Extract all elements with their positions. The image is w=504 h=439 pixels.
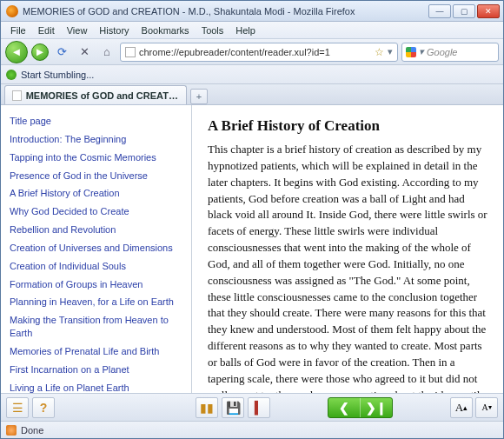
back-button[interactable]: ◄ bbox=[5, 41, 28, 63]
search-box[interactable]: ▾ Google bbox=[401, 43, 499, 62]
maximize-button[interactable]: ▢ bbox=[453, 4, 475, 18]
new-tab-button[interactable]: + bbox=[190, 89, 208, 104]
nav-toolbar: ◄ ► ⟳ ✕ ⌂ chrome://epubreader/content/re… bbox=[1, 39, 503, 65]
font-decrease-button[interactable]: A▾ bbox=[475, 397, 498, 418]
toc-item[interactable]: Introduction: The Beginning bbox=[10, 130, 182, 149]
content-area: Title page Introduction: The Beginning T… bbox=[1, 105, 503, 393]
next-page-button[interactable]: ❯❙ bbox=[361, 401, 392, 415]
reader-pane[interactable]: A Brief History of Creation This chapter… bbox=[192, 105, 503, 393]
status-text: Done bbox=[21, 425, 43, 436]
menu-help[interactable]: Help bbox=[229, 23, 262, 37]
reader-toolbar: ☰ ? ▮▮ 💾 ▍ ❮ ❯❙ A▴ A▾ bbox=[1, 393, 503, 421]
toc-item[interactable]: Living a Life on Planet Earth bbox=[10, 379, 182, 393]
toc-item[interactable]: Rebellion and Revolution bbox=[10, 221, 182, 239]
toc-item[interactable]: Creation of Universes and Dimensions bbox=[10, 239, 182, 257]
page-icon bbox=[125, 47, 136, 57]
toc-item[interactable]: Making the Transition from Heaven to Ear… bbox=[10, 311, 182, 343]
menu-file[interactable]: File bbox=[4, 23, 32, 37]
toc-item[interactable]: Tapping into the Cosmic Memories bbox=[10, 149, 182, 167]
address-bar[interactable]: chrome://epubreader/content/reader.xul?i… bbox=[120, 43, 398, 62]
url-text: chrome://epubreader/content/reader.xul?i… bbox=[139, 47, 330, 57]
toc-item[interactable]: Title page bbox=[10, 112, 182, 130]
bookmark-button[interactable]: ▍ bbox=[248, 397, 270, 418]
toc-item[interactable]: Creation of Individual Souls bbox=[10, 257, 182, 276]
table-of-contents[interactable]: Title page Introduction: The Beginning T… bbox=[1, 105, 192, 393]
window-titlebar: MEMORIES of GOD and CREATION - M.D., Sha… bbox=[1, 1, 503, 22]
menu-bookmarks[interactable]: Bookmarks bbox=[136, 23, 196, 37]
stumble-toolbar: Start Stumbling... bbox=[1, 65, 503, 84]
toc-item[interactable]: Why God Decided to Create bbox=[10, 203, 182, 221]
close-button[interactable]: ✕ bbox=[477, 4, 500, 18]
font-increase-button[interactable]: A▴ bbox=[450, 397, 473, 418]
search-dropdown-icon[interactable]: ▾ bbox=[419, 46, 424, 57]
prev-page-button[interactable]: ❮ bbox=[328, 401, 360, 415]
browser-tab[interactable]: MEMORIES of GOD and CREATION - ... bbox=[4, 85, 187, 104]
stop-button[interactable]: ✕ bbox=[75, 43, 94, 62]
page-nav: ❮ ❯❙ bbox=[328, 397, 393, 418]
status-bar: Done bbox=[1, 421, 503, 438]
url-dropdown-icon[interactable]: ▾ bbox=[388, 46, 393, 57]
toc-item[interactable]: Presence of God in the Universe bbox=[10, 167, 182, 185]
tab-page-icon bbox=[12, 90, 22, 101]
firefox-icon bbox=[6, 5, 18, 17]
status-icon bbox=[6, 425, 17, 436]
toc-item[interactable]: First Incarnation on a Planet bbox=[10, 361, 182, 379]
toc-toggle-button[interactable]: ☰ bbox=[6, 397, 29, 418]
chapter-title: A Brief History of Creation bbox=[208, 117, 487, 135]
stumble-label[interactable]: Start Stumbling... bbox=[21, 70, 94, 80]
help-button[interactable]: ? bbox=[32, 397, 55, 418]
forward-button[interactable]: ► bbox=[31, 43, 49, 61]
minimize-button[interactable]: — bbox=[428, 4, 451, 18]
search-placeholder: Google bbox=[427, 47, 457, 57]
library-button[interactable]: ▮▮ bbox=[196, 397, 218, 418]
menu-bar: File Edit View History Bookmarks Tools H… bbox=[1, 22, 503, 39]
menu-edit[interactable]: Edit bbox=[32, 23, 61, 37]
menu-view[interactable]: View bbox=[61, 23, 94, 37]
chapter-body: This chapter is a brief history of creat… bbox=[208, 142, 487, 393]
save-button[interactable]: 💾 bbox=[222, 397, 244, 418]
bookmark-star-icon[interactable]: ☆ bbox=[375, 46, 384, 58]
reload-button[interactable]: ⟳ bbox=[52, 43, 71, 62]
toc-item[interactable]: Memories of Prenatal Life and Birth bbox=[10, 343, 182, 361]
home-button[interactable]: ⌂ bbox=[97, 43, 116, 62]
menu-history[interactable]: History bbox=[93, 23, 135, 37]
menu-tools[interactable]: Tools bbox=[196, 23, 230, 37]
stumble-icon bbox=[6, 70, 17, 80]
tab-strip: MEMORIES of GOD and CREATION - ... + bbox=[1, 84, 503, 105]
google-icon bbox=[406, 47, 416, 57]
toc-item[interactable]: A Brief History of Creation bbox=[10, 184, 182, 203]
window-title: MEMORIES of GOD and CREATION - M.D., Sha… bbox=[23, 6, 427, 17]
tab-label: MEMORIES of GOD and CREATION - ... bbox=[26, 90, 179, 101]
toc-item[interactable]: Planning in Heaven, for a Life on Earth bbox=[10, 293, 182, 311]
toc-item[interactable]: Formation of Groups in Heaven bbox=[10, 276, 182, 294]
